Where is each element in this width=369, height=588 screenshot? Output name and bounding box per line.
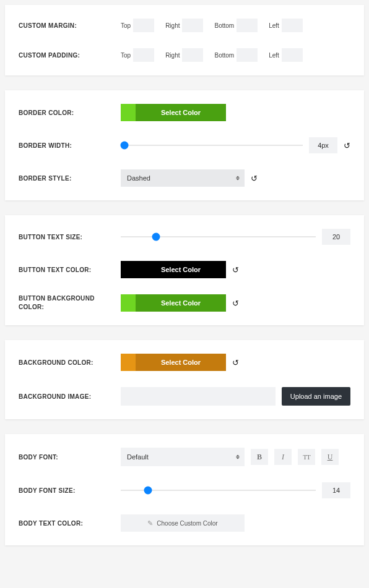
background-image-row: BACKGROUND IMAGE: Upload an image <box>19 387 350 406</box>
body-text-color-label: BODY TEXT COLOR: <box>19 520 121 527</box>
button-bg-color-button-label: Select Color <box>136 294 226 312</box>
body-font-size-value[interactable]: 14 <box>322 482 350 498</box>
reset-icon[interactable]: ↺ <box>251 174 258 183</box>
button-text-color-button[interactable]: Select Color <box>121 261 226 278</box>
border-panel: BORDER COLOR: Select Color BORDER WIDTH:… <box>5 90 364 200</box>
border-width-label: BORDER WIDTH: <box>19 142 121 149</box>
button-text-size-row: BUTTON TEXT SIZE: 20 <box>19 229 350 245</box>
padding-bottom-label: Bottom <box>214 52 234 59</box>
button-text-color-swatch <box>121 261 136 278</box>
custom-padding-label: CUSTOM PADDING: <box>19 52 121 59</box>
border-style-value: Dashed <box>127 174 150 182</box>
background-color-button-label: Select Color <box>136 354 226 371</box>
border-color-row: BORDER COLOR: Select Color <box>19 104 350 121</box>
button-panel: BUTTON TEXT SIZE: 20 BUTTON TEXT COLOR: … <box>5 215 364 325</box>
button-bg-color-swatch <box>121 294 136 312</box>
background-image-label: BACKGROUND IMAGE: <box>19 393 121 400</box>
border-width-slider[interactable] <box>121 145 303 146</box>
margin-left-input[interactable] <box>282 19 303 32</box>
margin-top-input[interactable] <box>133 19 154 32</box>
smallcaps-button[interactable]: TT <box>298 449 315 465</box>
reset-icon[interactable]: ↺ <box>232 265 239 275</box>
underline-button[interactable]: U <box>321 449 339 465</box>
margin-right-input[interactable] <box>182 19 203 32</box>
reset-icon[interactable]: ↺ <box>232 299 239 308</box>
choose-custom-color-label: Choose Custom Color <box>157 520 217 527</box>
background-color-row: BACKGROUND COLOR: Select Color ↺ <box>19 354 350 371</box>
margin-bottom-input[interactable] <box>237 19 258 32</box>
select-caret-icon <box>236 176 240 181</box>
background-color-button[interactable]: Select Color <box>121 354 226 371</box>
border-color-button-label: Select Color <box>136 104 226 121</box>
reset-icon[interactable]: ↺ <box>344 141 350 150</box>
eyedropper-icon: ✎ <box>147 519 153 527</box>
padding-top-input[interactable] <box>133 48 154 62</box>
custom-padding-row: CUSTOM PADDING: Top Right Bottom Left <box>19 48 350 62</box>
italic-button[interactable]: I <box>274 449 292 465</box>
upload-image-button[interactable]: Upload an image <box>282 387 350 406</box>
button-bg-color-row: BUTTON BACKGROUND COLOR: Select Color ↺ <box>19 294 350 312</box>
padding-right-label: Right <box>165 52 180 59</box>
body-font-value: Default <box>127 453 149 461</box>
reset-icon[interactable]: ↺ <box>232 358 239 367</box>
margin-controls: Top Right Bottom Left <box>121 19 350 32</box>
body-panel: BODY FONT: Default B I TT U BODY FONT SI… <box>5 434 364 545</box>
background-panel: BACKGROUND COLOR: Select Color ↺ BACKGRO… <box>5 340 364 419</box>
background-color-swatch <box>121 354 136 371</box>
button-text-color-button-label: Select Color <box>136 261 226 278</box>
button-bg-color-button[interactable]: Select Color <box>121 294 226 312</box>
body-font-label: BODY FONT: <box>19 454 121 461</box>
padding-right-input[interactable] <box>182 48 203 62</box>
padding-left-label: Left <box>269 52 279 59</box>
padding-bottom-input[interactable] <box>237 48 258 62</box>
border-color-swatch <box>121 104 136 121</box>
button-text-color-label: BUTTON TEXT COLOR: <box>19 266 121 273</box>
body-text-color-row: BODY TEXT COLOR: ✎ Choose Custom Color <box>19 514 350 532</box>
border-width-value[interactable]: 4px <box>309 137 337 153</box>
custom-margin-row: CUSTOM MARGIN: Top Right Bottom Left <box>19 19 350 32</box>
choose-custom-color-button[interactable]: ✎ Choose Custom Color <box>121 514 245 532</box>
background-color-label: BACKGROUND COLOR: <box>19 359 121 366</box>
select-caret-icon <box>236 455 240 459</box>
slider-thumb[interactable] <box>120 142 128 150</box>
body-font-size-row: BODY FONT SIZE: 14 <box>19 482 350 498</box>
spacing-panel: CUSTOM MARGIN: Top Right Bottom Left CUS… <box>5 5 364 75</box>
button-text-size-slider[interactable] <box>121 236 316 237</box>
border-style-row: BORDER STYLE: Dashed ↺ <box>19 169 350 187</box>
body-font-row: BODY FONT: Default B I TT U <box>19 448 350 466</box>
slider-thumb[interactable] <box>152 233 160 241</box>
button-text-size-value[interactable]: 20 <box>322 229 350 245</box>
border-color-button[interactable]: Select Color <box>121 104 226 121</box>
slider-thumb[interactable] <box>144 487 152 495</box>
padding-controls: Top Right Bottom Left <box>121 48 350 62</box>
button-bg-color-label: BUTTON BACKGROUND COLOR: <box>19 294 121 312</box>
margin-left-label: Left <box>269 22 279 29</box>
margin-top-label: Top <box>121 22 131 29</box>
button-text-size-label: BUTTON TEXT SIZE: <box>19 234 121 241</box>
border-style-label: BORDER STYLE: <box>19 175 121 182</box>
bold-button[interactable]: B <box>251 449 268 465</box>
border-style-select[interactable]: Dashed <box>121 169 245 187</box>
padding-left-input[interactable] <box>282 48 303 62</box>
border-color-label: BORDER COLOR: <box>19 109 121 116</box>
body-font-select[interactable]: Default <box>121 448 245 466</box>
background-image-field[interactable] <box>121 387 276 406</box>
button-text-color-row: BUTTON TEXT COLOR: Select Color ↺ <box>19 261 350 278</box>
margin-bottom-label: Bottom <box>214 22 234 29</box>
margin-right-label: Right <box>165 22 180 29</box>
body-font-size-label: BODY FONT SIZE: <box>19 487 121 494</box>
padding-top-label: Top <box>121 52 131 59</box>
border-width-row: BORDER WIDTH: 4px ↺ <box>19 137 350 153</box>
custom-margin-label: CUSTOM MARGIN: <box>19 22 121 29</box>
body-font-size-slider[interactable] <box>121 490 316 491</box>
